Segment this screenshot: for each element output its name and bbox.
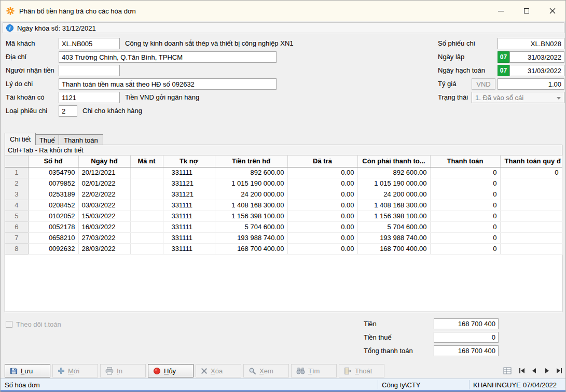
col-quy-doi-header[interactable]: Thanh toán quy đ — [500, 156, 562, 167]
nav-prev-button[interactable] — [529, 365, 540, 376]
ngay-lap-day-badge[interactable]: 07 — [498, 51, 509, 63]
cell-da-tra[interactable]: 0.00 — [287, 221, 357, 232]
cell-thanh-toan[interactable]: 0 — [430, 189, 500, 200]
cell-thanh-toan-quy-doi[interactable] — [500, 200, 562, 211]
col-con-phai-header[interactable]: Còn phải thanh to... — [357, 156, 430, 167]
cell-ngay-hd[interactable]: 03/03/2022 — [78, 200, 130, 211]
tab-thue[interactable]: Thuế — [34, 134, 60, 145]
table-row[interactable]: 8 0092632 28/03/2022 331111 168 700 400.… — [5, 243, 562, 254]
cell-con-phai-thanh-toan[interactable]: 5 704 600.00 — [357, 221, 430, 232]
cell-tk-no[interactable]: 331111 — [163, 221, 215, 232]
table-row[interactable]: 7 0658210 27/03/2022 331111 193 988 740.… — [5, 232, 562, 243]
so-phieu-chi-input[interactable] — [498, 38, 564, 49]
loai-phieu-chi-input[interactable] — [59, 105, 77, 117]
cell-ma-nt[interactable] — [130, 189, 163, 200]
cell-tk-no[interactable]: 331111 — [163, 200, 215, 211]
grid-view-button[interactable] — [502, 365, 513, 376]
cell-da-tra[interactable]: 0.00 — [287, 243, 357, 254]
huy-button[interactable]: Hủy — [148, 364, 194, 377]
dia-chi-input[interactable] — [59, 51, 277, 63]
cell-con-phai-thanh-toan[interactable]: 24 200 000.00 — [357, 189, 430, 200]
cell-so-hd[interactable]: 0102052 — [28, 211, 78, 221]
nguoi-nhan-tien-input[interactable] — [59, 65, 120, 76]
cell-so-hd[interactable]: 0658210 — [28, 232, 78, 243]
nav-last-button[interactable] — [554, 365, 565, 376]
cell-da-tra[interactable]: 0.00 — [287, 211, 357, 221]
cell-thanh-toan-quy-doi[interactable] — [500, 189, 562, 200]
table-row[interactable]: 4 0208452 03/03/2022 331111 1 408 168 30… — [5, 200, 562, 211]
cell-thanh-toan-quy-doi[interactable]: 0 — [500, 167, 562, 178]
trang-thai-select[interactable]: 1. Đã vào sổ cái — [472, 92, 564, 103]
table-row[interactable]: 2 0079852 02/01/2022 331121 1 015 190 00… — [5, 178, 562, 189]
row-number-cell[interactable]: 2 — [5, 178, 28, 189]
cell-so-hd[interactable]: 0052178 — [28, 221, 78, 232]
col-ma-nt-header[interactable]: Mã nt — [130, 156, 163, 167]
cell-thanh-toan-quy-doi[interactable] — [500, 221, 562, 232]
cell-con-phai-thanh-toan[interactable]: 892 600.00 — [357, 167, 430, 178]
table-row[interactable]: 6 0052178 16/03/2022 331111 5 704 600.00… — [5, 221, 562, 232]
cell-tien-tren-hd[interactable]: 5 704 600.00 — [215, 221, 287, 232]
cell-thanh-toan-quy-doi[interactable] — [500, 232, 562, 243]
cell-ma-nt[interactable] — [130, 200, 163, 211]
cell-ma-nt[interactable] — [130, 221, 163, 232]
cell-thanh-toan-quy-doi[interactable] — [500, 178, 562, 189]
cell-da-tra[interactable]: 0.00 — [287, 167, 357, 178]
row-number-cell[interactable]: 5 — [5, 211, 28, 221]
cell-tk-no[interactable]: 331111 — [163, 211, 215, 221]
cell-tk-no[interactable]: 331111 — [163, 232, 215, 243]
cell-thanh-toan[interactable]: 0 — [430, 211, 500, 221]
cell-ngay-hd[interactable]: 27/03/2022 — [78, 232, 130, 243]
cell-con-phai-thanh-toan[interactable]: 168 700 400.00 — [357, 243, 430, 254]
tab-chi-tiet[interactable]: Chi tiết — [5, 133, 36, 145]
col-da-tra-header[interactable]: Đã trả — [287, 156, 357, 167]
cell-ma-nt[interactable] — [130, 178, 163, 189]
cell-tien-tren-hd[interactable]: 193 988 740.00 — [215, 232, 287, 243]
cell-da-tra[interactable]: 0.00 — [287, 200, 357, 211]
ma-khach-input[interactable] — [59, 38, 120, 49]
cell-thanh-toan[interactable]: 0 — [430, 200, 500, 211]
ngay-hach-toan-input[interactable] — [509, 65, 564, 76]
cell-so-hd[interactable]: 0079852 — [28, 178, 78, 189]
cell-con-phai-thanh-toan[interactable]: 1 015 190 000.00 — [357, 178, 430, 189]
cell-so-hd[interactable]: 0092632 — [28, 243, 78, 254]
ty-gia-input[interactable] — [498, 78, 564, 90]
cell-tien-tren-hd[interactable]: 168 700 400.00 — [215, 243, 287, 254]
cell-ngay-hd[interactable]: 02/01/2022 — [78, 178, 130, 189]
cell-da-tra[interactable]: 0.00 — [287, 178, 357, 189]
cell-tk-no[interactable]: 331111 — [163, 243, 215, 254]
cell-thanh-toan[interactable]: 0 — [430, 221, 500, 232]
cell-ngay-hd[interactable]: 15/03/2022 — [78, 211, 130, 221]
cell-tien-tren-hd[interactable]: 1 408 168 300.00 — [215, 200, 287, 211]
cell-tk-no[interactable]: 331111 — [163, 167, 215, 178]
cell-ngay-hd[interactable]: 22/02/2022 — [78, 189, 130, 200]
cell-tk-no[interactable]: 331121 — [163, 189, 215, 200]
col-tk-no-header[interactable]: Tk nợ — [163, 156, 215, 167]
cell-tien-tren-hd[interactable]: 892 600.00 — [215, 167, 287, 178]
tai-khoan-co-input[interactable] — [59, 92, 120, 103]
table-row[interactable]: 3 0253189 22/02/2022 331121 24 200 000.0… — [5, 189, 562, 200]
cell-thanh-toan[interactable]: 0 — [430, 167, 500, 178]
cell-ngay-hd[interactable]: 20/12/2021 — [78, 167, 130, 178]
cell-tien-tren-hd[interactable]: 24 200 000.00 — [215, 189, 287, 200]
luu-button[interactable]: Lưu — [5, 364, 50, 377]
row-number-cell[interactable]: 6 — [5, 221, 28, 232]
cell-so-hd[interactable]: 0253189 — [28, 189, 78, 200]
ngay-lap-input[interactable] — [509, 51, 564, 63]
cell-thanh-toan[interactable]: 0 — [430, 243, 500, 254]
cell-ma-nt[interactable] — [130, 243, 163, 254]
col-tien-tren-hd-header[interactable]: Tiền trên hđ — [215, 156, 287, 167]
col-thanh-toan-header[interactable]: Thanh toán — [430, 156, 500, 167]
nav-first-button[interactable] — [516, 365, 528, 376]
cell-tien-tren-hd[interactable]: 1 015 190 000.00 — [215, 178, 287, 189]
cell-thanh-toan[interactable]: 0 — [430, 178, 500, 189]
cell-con-phai-thanh-toan[interactable]: 1 156 398 100.00 — [357, 211, 430, 221]
cell-so-hd[interactable]: 0354790 — [28, 167, 78, 178]
cell-thanh-toan[interactable]: 0 — [430, 232, 500, 243]
cell-so-hd[interactable]: 0208452 — [28, 200, 78, 211]
row-number-cell[interactable]: 8 — [5, 243, 28, 254]
col-ngay-hd-header[interactable]: Ngày hđ — [78, 156, 130, 167]
row-number-cell[interactable]: 7 — [5, 232, 28, 243]
col-so-hd-header[interactable]: Số hđ — [28, 156, 78, 167]
nav-next-button[interactable] — [541, 365, 553, 376]
cell-tien-tren-hd[interactable]: 1 156 398 100.00 — [215, 211, 287, 221]
